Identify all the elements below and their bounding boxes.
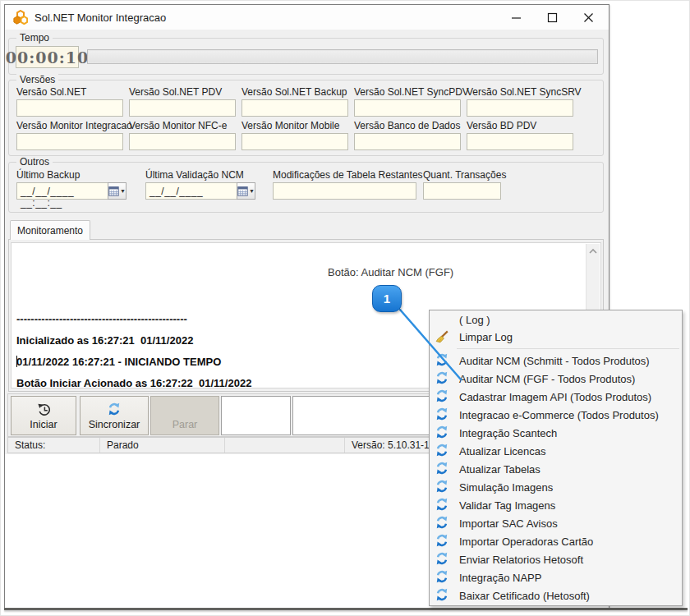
- version-field: Versão BD PDV: [467, 120, 574, 150]
- menu-item-icon-slot: [435, 552, 449, 566]
- chevron-up-icon: [587, 246, 599, 257]
- version-field-input[interactable]: [354, 133, 461, 150]
- menu-item[interactable]: Atualizar Tabelas: [430, 460, 682, 478]
- minimize-icon: [510, 11, 522, 24]
- annotation-label: Botão: Auditar NCM (FGF): [328, 266, 453, 278]
- menu-item-label: Auditar NCM (Schmitt - Todos Produtos): [459, 355, 650, 367]
- scroll-up-button[interactable]: [586, 244, 600, 258]
- status-segment: Status:: [8, 438, 100, 453]
- minimize-button[interactable]: [504, 7, 528, 27]
- calendar-icon: [108, 186, 119, 196]
- menu-item[interactable]: Cadastrar Imagem API (Todos Produtos): [430, 388, 682, 406]
- transactions-count-input[interactable]: [423, 182, 501, 200]
- title-bar: Sol.NET Monitor Integracao: [5, 5, 609, 30]
- sync-icon: [435, 389, 448, 402]
- menu-item[interactable]: Atualizar Licencas: [430, 442, 682, 460]
- menu-item[interactable]: Validar Tag Imagens: [430, 496, 682, 514]
- menu-item-icon-slot: [435, 425, 449, 439]
- transactions-count-label: Quant. Transações: [423, 169, 506, 181]
- ncm-validation-input[interactable]: __/__/____: [145, 182, 237, 200]
- menu-item[interactable]: Baixar Cetificado (Hetosoft): [430, 586, 682, 605]
- table-modifications-field: Modificações de Tabela Restantes: [273, 169, 423, 200]
- menu-item-icon-slot: [435, 462, 449, 476]
- version-field: Versão Sol.NET SyncSRV: [467, 86, 574, 117]
- menu-item-icon-slot: [435, 534, 449, 548]
- menu-item[interactable]: Auditar NCM (FGF - Todos Produtos): [430, 370, 682, 388]
- menu-item[interactable]: Simulação Imagens: [430, 478, 682, 496]
- menu-item[interactable]: Enviar Relatorios Hetosoft: [430, 550, 682, 568]
- sync-icon: [435, 552, 448, 565]
- parar-button: Parar: [150, 396, 219, 435]
- version-field: Versão Sol.NET SyncPDV: [354, 86, 462, 117]
- window-title: Sol.NET Monitor Integracao: [34, 11, 166, 24]
- menu-item-label: Integração NAPP: [459, 572, 541, 584]
- toolbar-button-label: Parar: [172, 419, 198, 430]
- version-field-label: Versão Sol.NET: [16, 86, 124, 98]
- version-field: Versão Sol.NET PDV: [129, 86, 237, 117]
- toolbar-button-icon-slot: [108, 401, 121, 417]
- tab-monitoramento[interactable]: Monitoramento: [10, 220, 90, 240]
- toolbar-button-icon-slot: [37, 401, 50, 417]
- menu-item-icon-slot: [435, 407, 449, 421]
- close-button[interactable]: [576, 7, 600, 27]
- menu-item-label: Atualizar Licencas: [459, 445, 546, 457]
- versions-group: Versões Versão Sol.NET Versão Sol.NET PD…: [8, 80, 604, 156]
- menu-item-label: Enviar Relatorios Hetosoft: [459, 554, 583, 566]
- version-field-input[interactable]: [129, 133, 236, 150]
- sync-icon: [435, 371, 448, 384]
- menu-item-icon-slot: [435, 588, 449, 602]
- menu-item-label: Integracao e-Commerce (Todos Produtos): [459, 409, 659, 421]
- version-field-input[interactable]: [467, 99, 573, 117]
- menu-item[interactable]: Importar Operadoras Cartão: [430, 532, 682, 550]
- menu-item-icon-slot: [435, 480, 449, 494]
- date-mask: __/__/____ __:__:__: [21, 186, 74, 209]
- version-field-input[interactable]: [242, 133, 348, 150]
- menu-item-label: Baixar Cetificado (Hetosoft): [459, 590, 590, 602]
- version-field-input[interactable]: [467, 133, 573, 150]
- menu-item[interactable]: Integração NAPP: [430, 568, 682, 586]
- menu-item-label: Atualizar Tabelas: [459, 463, 540, 476]
- menu-item[interactable]: Integração Scantech: [430, 424, 682, 442]
- menu-item-icon-slot: [435, 389, 449, 403]
- sincronizar-button[interactable]: Sincronizar: [80, 396, 149, 435]
- sync-icon: [435, 353, 448, 366]
- menu-item[interactable]: Integracao e-Commerce (Todos Produtos): [430, 406, 682, 424]
- iniciar-button[interactable]: Iniciar: [11, 396, 76, 435]
- sync-icon: [435, 588, 448, 601]
- status-segment: Parado: [100, 438, 225, 453]
- ncm-validation-calendar-button[interactable]: ▼: [237, 182, 255, 200]
- toolbar-button-label: Sincronizar: [89, 419, 140, 430]
- sync-icon: [435, 480, 448, 493]
- table-modifications-input[interactable]: [273, 182, 416, 200]
- version-field-input[interactable]: [354, 99, 461, 117]
- menu-item-label: Limpar Log: [459, 331, 513, 343]
- frame-bottom-line: [4, 608, 688, 610]
- version-field-input[interactable]: [129, 99, 236, 117]
- version-field-input[interactable]: [16, 99, 123, 117]
- menu-item[interactable]: Importar SAC Avisos: [430, 514, 682, 532]
- others-group: Outros Último Backup __/__/____ __:__:__…: [8, 162, 604, 213]
- table-modifications-label: Modificações de Tabela Restantes: [273, 169, 423, 181]
- sync-icon: [435, 498, 448, 511]
- version-field: Versão Monitor NFC-e: [129, 120, 237, 150]
- maximize-icon: [546, 11, 559, 24]
- last-backup-input[interactable]: __/__/____ __:__:__: [16, 182, 108, 200]
- versions-grid: Versão Sol.NET Versão Sol.NET PDV Versão…: [16, 86, 600, 150]
- version-field-label: Versão Sol.NET PDV: [129, 86, 237, 98]
- progress-bar: [87, 49, 598, 64]
- menu-item-icon-slot: [435, 516, 449, 530]
- menu-item[interactable]: Auditar NCM (Schmitt - Todos Produtos): [430, 352, 682, 370]
- menu-item-icon-slot: [435, 330, 449, 344]
- menu-item[interactable]: ( Log ): [430, 311, 682, 329]
- menu-item[interactable]: Limpar Log: [430, 329, 682, 346]
- date-mask: __/__/____: [150, 186, 203, 197]
- version-field-label: Versão Monitor Integracao: [16, 120, 124, 131]
- dropdown-arrow-icon: ▼: [120, 188, 126, 194]
- last-backup-calendar-button[interactable]: ▼: [108, 182, 126, 200]
- menu-item-label: Importar Operadoras Cartão: [459, 536, 593, 548]
- ncm-validation-label: Última Validação NCM: [145, 169, 255, 181]
- menu-item-icon-slot: [435, 570, 449, 584]
- maximize-button[interactable]: [540, 7, 564, 27]
- version-field-input[interactable]: [242, 99, 348, 117]
- version-field-input[interactable]: [16, 133, 123, 150]
